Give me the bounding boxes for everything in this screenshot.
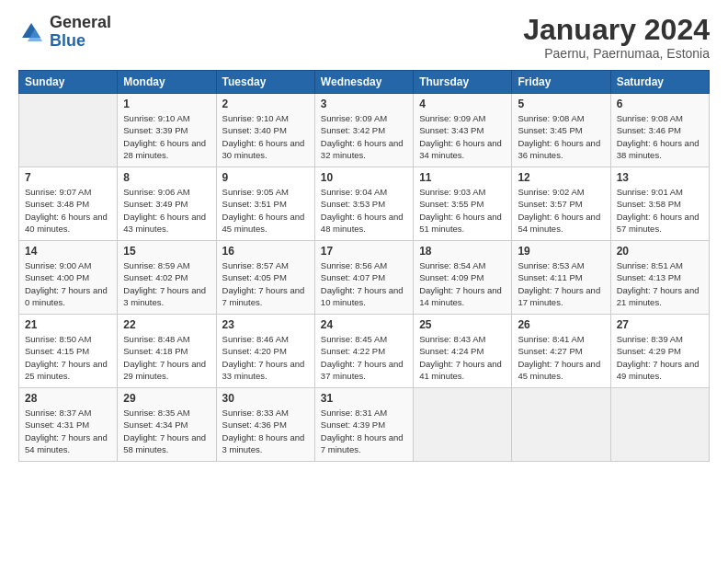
day-cell: 3Sunrise: 9:09 AM Sunset: 3:42 PM Daylig…: [314, 94, 413, 167]
day-info: Sunrise: 8:43 AM Sunset: 4:24 PM Dayligh…: [419, 333, 506, 382]
day-cell: 11Sunrise: 9:03 AM Sunset: 3:55 PM Dayli…: [414, 167, 512, 241]
day-info: Sunrise: 8:39 AM Sunset: 4:29 PM Dayligh…: [617, 333, 703, 382]
day-info: Sunrise: 9:06 AM Sunset: 3:49 PM Dayligh…: [123, 186, 210, 235]
day-number: 25: [419, 318, 506, 331]
day-number: 22: [123, 318, 210, 331]
day-cell: 4Sunrise: 9:09 AM Sunset: 3:43 PM Daylig…: [414, 94, 512, 167]
calendar-table: Sunday Monday Tuesday Wednesday Thursday…: [18, 70, 710, 462]
day-info: Sunrise: 8:56 AM Sunset: 4:07 PM Dayligh…: [321, 259, 407, 308]
day-info: Sunrise: 9:07 AM Sunset: 3:48 PM Dayligh…: [25, 186, 111, 235]
day-info: Sunrise: 8:48 AM Sunset: 4:18 PM Dayligh…: [123, 333, 210, 382]
day-cell: 23Sunrise: 8:46 AM Sunset: 4:20 PM Dayli…: [216, 315, 314, 388]
day-info: Sunrise: 9:03 AM Sunset: 3:55 PM Dayligh…: [419, 186, 506, 235]
day-number: 1: [123, 98, 210, 110]
day-number: 2: [222, 98, 309, 110]
day-info: Sunrise: 9:10 AM Sunset: 3:39 PM Dayligh…: [123, 112, 210, 161]
day-number: 6: [617, 98, 703, 110]
logo-icon: [18, 19, 44, 45]
day-cell: 5Sunrise: 9:08 AM Sunset: 3:45 PM Daylig…: [512, 94, 610, 167]
col-monday: Monday: [118, 71, 216, 94]
day-cell: 18Sunrise: 8:54 AM Sunset: 4:09 PM Dayli…: [414, 241, 512, 315]
table-row: 14Sunrise: 9:00 AM Sunset: 4:00 PM Dayli…: [19, 241, 710, 315]
col-wednesday: Wednesday: [314, 71, 413, 94]
day-info: Sunrise: 8:51 AM Sunset: 4:13 PM Dayligh…: [617, 259, 703, 308]
day-info: Sunrise: 8:37 AM Sunset: 4:31 PM Dayligh…: [25, 407, 111, 455]
day-cell: 25Sunrise: 8:43 AM Sunset: 4:24 PM Dayli…: [414, 315, 512, 388]
logo: General Blue: [18, 14, 111, 51]
day-info: Sunrise: 9:02 AM Sunset: 3:57 PM Dayligh…: [518, 186, 604, 235]
day-number: 16: [222, 245, 309, 258]
day-number: 30: [222, 392, 309, 405]
day-info: Sunrise: 8:59 AM Sunset: 4:02 PM Dayligh…: [123, 259, 210, 308]
day-number: 8: [123, 171, 210, 184]
day-number: 9: [222, 171, 309, 184]
day-cell: 27Sunrise: 8:39 AM Sunset: 4:29 PM Dayli…: [610, 315, 709, 388]
day-cell: [19, 94, 118, 167]
day-info: Sunrise: 8:45 AM Sunset: 4:22 PM Dayligh…: [321, 333, 407, 382]
day-info: Sunrise: 9:09 AM Sunset: 3:43 PM Dayligh…: [419, 112, 506, 161]
logo-general: General: [50, 14, 111, 32]
day-number: 5: [518, 98, 604, 110]
day-number: 20: [617, 245, 703, 258]
day-cell: 19Sunrise: 8:53 AM Sunset: 4:11 PM Dayli…: [512, 241, 610, 315]
table-row: 1Sunrise: 9:10 AM Sunset: 3:39 PM Daylig…: [19, 94, 710, 167]
col-friday: Friday: [512, 71, 610, 94]
col-thursday: Thursday: [414, 71, 512, 94]
day-number: 19: [518, 245, 604, 258]
day-info: Sunrise: 8:33 AM Sunset: 4:36 PM Dayligh…: [222, 407, 309, 455]
day-number: 24: [321, 318, 407, 331]
calendar-page: General Blue January 2024 Paernu, Paernu…: [0, 0, 728, 563]
day-cell: 6Sunrise: 9:08 AM Sunset: 3:46 PM Daylig…: [610, 94, 709, 167]
day-cell: 28Sunrise: 8:37 AM Sunset: 4:31 PM Dayli…: [19, 388, 118, 462]
day-cell: 30Sunrise: 8:33 AM Sunset: 4:36 PM Dayli…: [216, 388, 314, 462]
day-number: 10: [321, 171, 407, 184]
day-info: Sunrise: 9:08 AM Sunset: 3:46 PM Dayligh…: [617, 112, 703, 161]
day-number: 7: [25, 171, 111, 184]
day-cell: 26Sunrise: 8:41 AM Sunset: 4:27 PM Dayli…: [512, 315, 610, 388]
day-info: Sunrise: 9:04 AM Sunset: 3:53 PM Dayligh…: [321, 186, 407, 235]
day-cell: 13Sunrise: 9:01 AM Sunset: 3:58 PM Dayli…: [610, 167, 709, 241]
day-cell: [610, 388, 709, 462]
day-info: Sunrise: 9:05 AM Sunset: 3:51 PM Dayligh…: [222, 186, 309, 235]
table-row: 21Sunrise: 8:50 AM Sunset: 4:15 PM Dayli…: [19, 315, 710, 388]
day-number: 12: [518, 171, 604, 184]
day-cell: 22Sunrise: 8:48 AM Sunset: 4:18 PM Dayli…: [118, 315, 216, 388]
logo-text: General Blue: [50, 14, 111, 51]
day-info: Sunrise: 9:08 AM Sunset: 3:45 PM Dayligh…: [518, 112, 604, 161]
day-cell: 12Sunrise: 9:02 AM Sunset: 3:57 PM Dayli…: [512, 167, 610, 241]
logo-blue: Blue: [50, 32, 111, 51]
day-info: Sunrise: 9:01 AM Sunset: 3:58 PM Dayligh…: [617, 186, 703, 235]
day-cell: 2Sunrise: 9:10 AM Sunset: 3:40 PM Daylig…: [216, 94, 314, 167]
day-info: Sunrise: 8:50 AM Sunset: 4:15 PM Dayligh…: [25, 333, 111, 382]
day-info: Sunrise: 8:35 AM Sunset: 4:34 PM Dayligh…: [123, 407, 210, 455]
day-info: Sunrise: 8:41 AM Sunset: 4:27 PM Dayligh…: [518, 333, 604, 382]
day-cell: 8Sunrise: 9:06 AM Sunset: 3:49 PM Daylig…: [118, 167, 216, 241]
day-cell: [414, 388, 512, 462]
table-row: 28Sunrise: 8:37 AM Sunset: 4:31 PM Dayli…: [19, 388, 710, 462]
day-cell: 14Sunrise: 9:00 AM Sunset: 4:00 PM Dayli…: [19, 241, 118, 315]
day-number: 15: [123, 245, 210, 258]
day-number: 29: [123, 392, 210, 405]
day-number: 27: [617, 318, 703, 331]
day-number: 17: [321, 245, 407, 258]
header-row: Sunday Monday Tuesday Wednesday Thursday…: [19, 71, 710, 94]
day-info: Sunrise: 9:09 AM Sunset: 3:42 PM Dayligh…: [321, 112, 407, 161]
day-info: Sunrise: 8:31 AM Sunset: 4:39 PM Dayligh…: [321, 407, 407, 455]
day-number: 23: [222, 318, 309, 331]
title-block: January 2024 Paernu, Paernumaa, Estonia: [523, 14, 710, 61]
location-subtitle: Paernu, Paernumaa, Estonia: [523, 46, 710, 61]
day-number: 21: [25, 318, 111, 331]
day-number: 11: [419, 171, 506, 184]
day-cell: 9Sunrise: 9:05 AM Sunset: 3:51 PM Daylig…: [216, 167, 314, 241]
day-cell: 7Sunrise: 9:07 AM Sunset: 3:48 PM Daylig…: [19, 167, 118, 241]
day-cell: 1Sunrise: 9:10 AM Sunset: 3:39 PM Daylig…: [118, 94, 216, 167]
day-info: Sunrise: 8:53 AM Sunset: 4:11 PM Dayligh…: [518, 259, 604, 308]
day-cell: 29Sunrise: 8:35 AM Sunset: 4:34 PM Dayli…: [118, 388, 216, 462]
day-cell: 21Sunrise: 8:50 AM Sunset: 4:15 PM Dayli…: [19, 315, 118, 388]
col-saturday: Saturday: [610, 71, 709, 94]
day-cell: 31Sunrise: 8:31 AM Sunset: 4:39 PM Dayli…: [314, 388, 413, 462]
day-cell: 17Sunrise: 8:56 AM Sunset: 4:07 PM Dayli…: [314, 241, 413, 315]
day-number: 18: [419, 245, 506, 258]
col-sunday: Sunday: [19, 71, 118, 94]
day-number: 4: [419, 98, 506, 110]
